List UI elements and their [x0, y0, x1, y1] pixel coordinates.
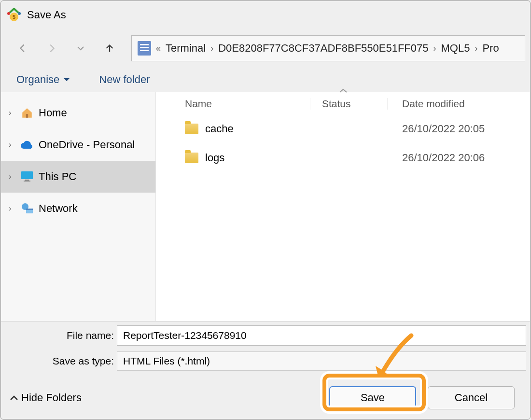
- sidebar: › Home › OneDrive - Personal › This PC: [1, 92, 155, 321]
- expand-chevron-icon[interactable]: ›: [9, 109, 15, 117]
- cancel-button[interactable]: Cancel: [428, 386, 515, 409]
- button-row: Hide Folders Save Cancel: [1, 373, 530, 419]
- network-icon: [20, 202, 34, 215]
- svg-rect-4: [26, 114, 28, 118]
- chevron-right-icon: ›: [210, 43, 213, 54]
- nav-row: « Terminal › D0E8208F77C8CF37ADF8BF550E5…: [1, 29, 530, 68]
- column-date[interactable]: Date modified: [388, 98, 530, 110]
- svg-rect-7: [24, 181, 30, 182]
- overflow-chev[interactable]: «: [156, 43, 161, 54]
- file-pane: Name Status Date modified cache 26/10/20…: [155, 92, 530, 321]
- monitor-icon: [20, 170, 34, 183]
- filename-input[interactable]: [117, 325, 526, 346]
- expand-chevron-icon[interactable]: ›: [9, 204, 15, 213]
- sidebar-item-label: Home: [39, 107, 67, 119]
- sidebar-item-home[interactable]: › Home: [1, 97, 155, 129]
- sidebar-item-this-pc[interactable]: › This PC: [1, 161, 155, 193]
- svg-point-2: [7, 12, 10, 15]
- svg-rect-5: [21, 171, 33, 179]
- cloud-icon: [20, 138, 34, 152]
- body: › Home › OneDrive - Personal › This PC: [1, 92, 530, 321]
- hide-folders-label: Hide Folders: [21, 392, 82, 404]
- action-buttons: Save Cancel: [329, 386, 515, 409]
- expand-chevron-icon[interactable]: ›: [9, 140, 15, 149]
- file-name: cache: [205, 123, 234, 135]
- svg-text:5: 5: [13, 14, 15, 20]
- column-name[interactable]: Name: [156, 98, 310, 110]
- sidebar-item-label: OneDrive - Personal: [39, 139, 135, 151]
- type-row: Save as type: HTML Files (*.html): [1, 348, 530, 373]
- folder-icon: [185, 124, 198, 134]
- column-status[interactable]: Status: [310, 98, 388, 110]
- folder-row[interactable]: cache 26/10/2022 20:05: [156, 114, 530, 143]
- organise-label: Organise: [16, 73, 59, 86]
- new-folder-button[interactable]: New folder: [99, 73, 150, 86]
- type-select[interactable]: HTML Files (*.html): [117, 351, 526, 371]
- app-icon: 5: [6, 7, 22, 23]
- chevron-right-icon: ›: [475, 43, 477, 54]
- dialog-title: Save As: [27, 9, 66, 21]
- breadcrumb-item[interactable]: MQL5: [441, 42, 470, 55]
- save-button[interactable]: Save: [329, 386, 416, 409]
- file-date: 26/10/2022 20:06: [388, 152, 530, 164]
- file-date: 26/10/2022 20:05: [388, 123, 530, 135]
- titlebar: 5 Save As: [1, 1, 530, 29]
- sidebar-item-onedrive[interactable]: › OneDrive - Personal: [1, 129, 155, 161]
- type-value: HTML Files (*.html): [123, 355, 210, 367]
- folder-row[interactable]: logs 26/10/2022 20:06: [156, 143, 530, 172]
- forward-button[interactable]: [44, 41, 59, 56]
- back-button[interactable]: [15, 41, 30, 56]
- dropdown-icon: [63, 77, 70, 82]
- save-as-dialog: 5 Save As « Terminal › D0E8208F77C8CF37A…: [0, 0, 531, 420]
- svg-rect-10: [26, 209, 33, 210]
- up-button[interactable]: [102, 41, 117, 56]
- sidebar-item-label: Network: [39, 202, 78, 215]
- column-headers: Name Status Date modified: [156, 90, 530, 114]
- expand-chevron-icon[interactable]: ›: [9, 172, 15, 181]
- svg-point-3: [18, 12, 21, 15]
- breadcrumb-item[interactable]: Pro: [482, 42, 499, 55]
- breadcrumb-item[interactable]: Terminal: [166, 42, 206, 55]
- recent-dropdown-icon[interactable]: [73, 41, 88, 56]
- home-icon: [20, 106, 34, 120]
- breadcrumb-item[interactable]: D0E8208F77C8CF37ADF8BF550E51FF075: [218, 42, 428, 55]
- folder-icon: [185, 153, 198, 163]
- hide-folders-button[interactable]: Hide Folders: [10, 392, 82, 404]
- type-label: Save as type:: [7, 355, 117, 367]
- chevron-up-icon: [10, 394, 18, 401]
- filename-label: File name:: [7, 330, 117, 341]
- bottom-pane: File name: Save as type: HTML Files (*.h…: [1, 321, 530, 419]
- organise-menu[interactable]: Organise: [16, 73, 70, 86]
- sidebar-item-network[interactable]: › Network: [1, 193, 155, 224]
- sidebar-item-label: This PC: [39, 170, 76, 183]
- location-icon: [138, 41, 151, 56]
- filename-row: File name:: [1, 322, 530, 348]
- breadcrumb[interactable]: « Terminal › D0E8208F77C8CF37ADF8BF550E5…: [131, 35, 525, 61]
- svg-rect-6: [25, 180, 29, 181]
- file-name: logs: [205, 152, 224, 164]
- chevron-right-icon: ›: [433, 43, 436, 54]
